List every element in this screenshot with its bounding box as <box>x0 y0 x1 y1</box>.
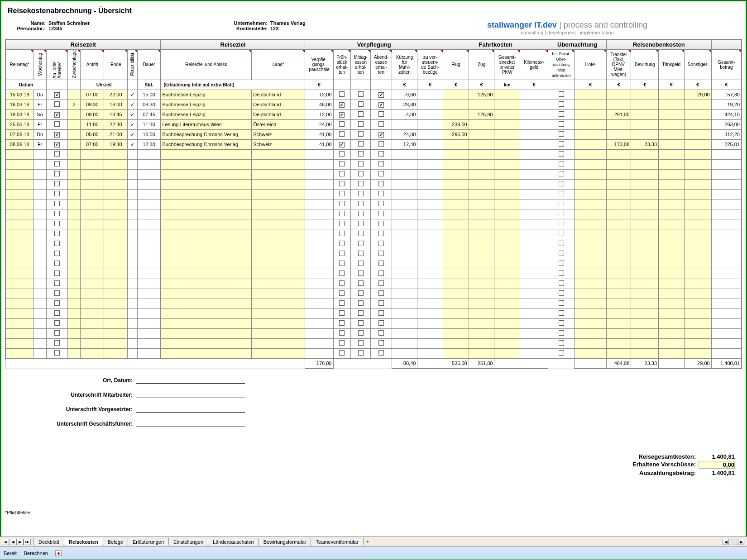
checkbox[interactable] <box>378 201 384 206</box>
checkbox[interactable] <box>559 340 564 346</box>
checkbox[interactable] <box>339 191 345 196</box>
checkbox[interactable] <box>339 211 345 216</box>
status-calc[interactable]: Berechnen <box>24 551 48 556</box>
nav-next-icon[interactable]: ▶ <box>16 539 24 545</box>
checkbox[interactable] <box>54 101 60 107</box>
checkbox[interactable] <box>358 161 364 166</box>
checkbox[interactable] <box>378 92 384 98</box>
checkbox[interactable] <box>54 231 60 236</box>
checkbox[interactable] <box>54 261 60 266</box>
checkbox[interactable] <box>54 280 60 286</box>
tab-erläuterungen[interactable]: Erläuterungen <box>128 538 169 546</box>
tab-nav[interactable]: ⏮ ◀ ▶ ⏭ <box>2 539 31 545</box>
sig-line-ort[interactable] <box>136 377 245 384</box>
table-row[interactable] <box>6 279 742 289</box>
checkbox[interactable] <box>559 111 564 117</box>
checkbox[interactable] <box>378 211 384 216</box>
nav-last-icon[interactable]: ⏭ <box>24 539 31 545</box>
nav-first-icon[interactable]: ⏮ <box>2 539 9 545</box>
checkbox[interactable] <box>339 231 345 236</box>
expense-table[interactable]: Reisezeit Reiseziel Verpflegung Fahrtkos… <box>5 39 742 369</box>
checkbox[interactable] <box>358 310 364 316</box>
checkbox[interactable] <box>559 320 564 326</box>
checkbox[interactable] <box>358 340 364 346</box>
macro-record-icon[interactable] <box>55 551 62 556</box>
checkbox[interactable] <box>378 151 384 157</box>
checkbox[interactable] <box>378 111 384 117</box>
table-row[interactable] <box>6 219 742 229</box>
checkbox[interactable] <box>559 141 564 147</box>
checkbox[interactable] <box>339 91 345 97</box>
new-sheet-icon[interactable]: ✦ <box>363 539 372 545</box>
checkbox[interactable] <box>378 141 384 147</box>
scroll-left-icon[interactable]: ◀ <box>723 539 729 545</box>
horizontal-scrollbar[interactable]: ◀ ▶ <box>723 539 747 545</box>
table-row[interactable] <box>6 209 742 219</box>
nav-prev-icon[interactable]: ◀ <box>9 539 16 545</box>
checkbox[interactable] <box>378 191 384 196</box>
checkbox[interactable] <box>339 102 345 108</box>
checkbox[interactable] <box>378 290 384 296</box>
table-row[interactable]: 18.03.18So09:0016:45✓07:45Buchmesse Leip… <box>6 109 742 119</box>
checkbox[interactable] <box>559 201 564 206</box>
checkbox[interactable] <box>378 280 384 286</box>
checkbox[interactable] <box>54 300 60 306</box>
checkbox[interactable] <box>54 241 60 246</box>
checkbox[interactable] <box>378 350 384 356</box>
table-row[interactable]: 16.03.18Fr209:3018:00✓08:30Buchmesse Lei… <box>6 100 742 109</box>
table-row[interactable] <box>6 239 742 249</box>
checkbox[interactable] <box>54 132 60 138</box>
checkbox[interactable] <box>54 350 60 356</box>
checkbox[interactable] <box>378 310 384 316</box>
checkbox[interactable] <box>54 340 60 346</box>
checkbox[interactable] <box>54 330 60 336</box>
checkbox[interactable] <box>559 231 564 236</box>
checkbox[interactable] <box>339 161 345 166</box>
checkbox[interactable] <box>559 241 564 246</box>
table-row[interactable]: 25.05.18Fr11:0022:30✓11:30Lesung Literat… <box>6 119 742 129</box>
checkbox[interactable] <box>378 241 384 246</box>
checkbox[interactable] <box>358 251 364 256</box>
sig-line-vorgesetzter[interactable] <box>136 406 245 413</box>
checkbox[interactable] <box>378 320 384 326</box>
checkbox[interactable] <box>339 251 345 256</box>
checkbox[interactable] <box>559 101 564 107</box>
checkbox[interactable] <box>378 181 384 186</box>
checkbox[interactable] <box>339 320 345 326</box>
tab-einstellungen[interactable]: Einstellungen <box>168 538 208 546</box>
checkbox[interactable] <box>378 251 384 256</box>
checkbox[interactable] <box>358 271 364 276</box>
sig-line-gf[interactable] <box>136 421 245 427</box>
checkbox[interactable] <box>54 271 60 276</box>
checkbox[interactable] <box>559 181 564 186</box>
table-row[interactable] <box>6 299 742 308</box>
checkbox[interactable] <box>339 271 345 276</box>
table-row[interactable]: 15.03.18Do07:0022:00✓15:00Buchmesse Leip… <box>6 90 742 100</box>
checkbox[interactable] <box>339 121 345 127</box>
checkbox[interactable] <box>358 151 364 157</box>
checkbox[interactable] <box>339 300 345 306</box>
checkbox[interactable] <box>339 221 345 226</box>
checkbox[interactable] <box>358 241 364 246</box>
checkbox[interactable] <box>339 310 345 316</box>
checkbox[interactable] <box>358 231 364 236</box>
checkbox[interactable] <box>358 141 364 147</box>
checkbox[interactable] <box>378 221 384 226</box>
checkbox[interactable] <box>358 280 364 286</box>
checkbox[interactable] <box>54 191 60 196</box>
checkbox[interactable] <box>339 280 345 286</box>
checkbox[interactable] <box>339 181 345 186</box>
scroll-right-icon[interactable]: ▶ <box>738 539 744 545</box>
checkbox[interactable] <box>358 221 364 226</box>
checkbox[interactable] <box>339 171 345 176</box>
checkbox[interactable] <box>339 340 345 346</box>
checkbox[interactable] <box>358 191 364 196</box>
checkbox[interactable] <box>378 261 384 266</box>
checkbox[interactable] <box>358 320 364 326</box>
checkbox[interactable] <box>559 271 564 276</box>
sig-line-mitarbeiter[interactable] <box>136 392 245 398</box>
table-row[interactable] <box>6 249 742 259</box>
checkbox[interactable] <box>559 91 564 97</box>
checkbox[interactable] <box>339 261 345 266</box>
checkbox[interactable] <box>339 151 345 157</box>
